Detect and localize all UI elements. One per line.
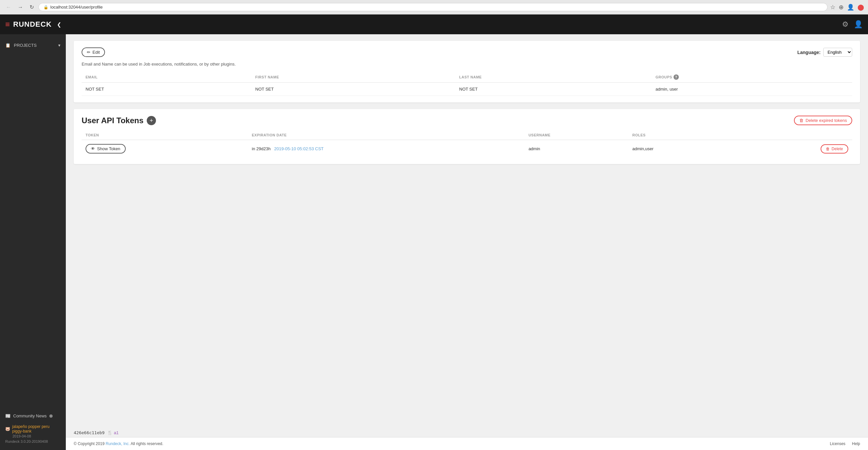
tokens-title: User API Tokens + [82,116,156,125]
tokens-table: TOKEN EXPIRATION DATE USERNAME ROLES 👁 [82,131,852,158]
actions-header [729,131,852,140]
browser-chrome: ← → ↻ 🔒 localhost:32044/user/profile ☆ ⊕… [0,0,868,15]
tokens-header: User API Tokens + 🗑 Delete expired token… [82,116,852,125]
projects-label: PROJECTS [14,43,36,48]
footer-left: © Copyright 2019 Rundeck, Inc. All right… [74,442,163,446]
app-header: ≡ RUNDECK ❮ ⚙ 👤 [0,15,868,34]
logo-text: RUNDECK [13,20,52,29]
reload-button[interactable]: ↻ [28,3,36,11]
licenses-link[interactable]: Licenses [830,442,845,446]
community-news-status-dot [49,415,53,418]
profile-header: ✏ Edit Language: EnglishFrançais日本語 [82,48,852,57]
username-cell: admin [525,140,628,158]
token-header: TOKEN [82,131,248,140]
commit-bar: 426e66c11eb9 🍴 a1 [66,428,868,437]
menu-button[interactable]: ⬤ [858,4,864,11]
commit-hash: 426e66c11eb9 [74,430,105,435]
browser-actions: ☆ ⊕ 👤 ⬤ [830,4,864,11]
profile-table: EMAIL FIRST NAME LAST NAME GROUPS ? [82,72,852,96]
header-left: ≡ RUNDECK ❮ [5,20,61,29]
content-area: ✏ Edit Language: EnglishFrançais日本語 Emai… [66,34,868,428]
groups-header: GROUPS ? [651,72,852,83]
collapse-sidebar-button[interactable]: ❮ [57,21,61,28]
delete-expired-icon: 🗑 [799,118,804,123]
add-token-button[interactable]: + [147,116,156,125]
edit-icon: ✏ [87,50,91,55]
community-news-icon: 📰 [5,414,10,418]
app-container: 📋 PROJECTS ▾ 📰 Community News 🐷 jalapeño… [0,34,868,450]
star-button[interactable]: ☆ [830,4,835,11]
fork-icon: 🍴 [107,430,113,435]
project-icon: 🐷 [5,427,10,431]
sidebar-date: 2019-04-08 [12,434,61,438]
extension-button[interactable]: ⊕ [839,4,844,11]
sidebar: 📋 PROJECTS ▾ 📰 Community News 🐷 jalapeño… [0,34,66,450]
edit-button[interactable]: ✏ Edit [82,48,105,57]
rundeck-link[interactable]: Rundeck, Inc. [105,442,130,446]
sidebar-bottom: 📰 Community News 🐷 jalapeño popper peru … [0,406,66,450]
delete-expired-tokens-button[interactable]: 🗑 Delete expired tokens [794,116,852,125]
email-header: EMAIL [82,72,251,83]
back-button[interactable]: ← [4,4,13,11]
roles-header: ROLES [628,131,729,140]
expiry-relative: in 29d23h [252,146,271,151]
language-label: Language: [797,50,820,55]
tokens-table-header-row: TOKEN EXPIRATION DATE USERNAME ROLES [82,131,852,140]
groups-help-icon[interactable]: ? [674,75,679,80]
sidebar-footer-info: 🐷 jalapeño popper peru piggy-bank 2019-0… [0,422,66,446]
delete-cell: 🗑 Delete [729,140,852,158]
header-right: ⚙ 👤 [842,20,863,29]
sidebar-item-community-news[interactable]: 📰 Community News [0,410,66,422]
last-name-header: LAST NAME [455,72,652,83]
sidebar-version: Rundeck 3.0.20-20190408 [5,440,61,443]
footer-right: Licenses Help [830,442,860,446]
help-link[interactable]: Help [852,442,860,446]
app-footer: © Copyright 2019 Rundeck, Inc. All right… [66,437,868,450]
api-tokens-section: User API Tokens + 🗑 Delete expired token… [74,109,860,164]
main-content: ✏ Edit Language: EnglishFrançais日本語 Emai… [66,34,868,450]
roles-cell: admin,user [628,140,729,158]
token-cell: 👁 Show Token [82,140,248,158]
logo-area: ≡ RUNDECK [5,20,52,29]
profile-card: ✏ Edit Language: EnglishFrançais日本語 Emai… [74,41,860,103]
logo-icon: ≡ [5,20,10,29]
last-name-value: NOT SET [455,83,652,96]
first-name-header: FIRST NAME [251,72,455,83]
expiration-date-header: EXPIRATION DATE [248,131,525,140]
show-token-button[interactable]: 👁 Show Token [86,144,126,153]
copyright-text: © Copyright 2019 [74,442,105,446]
sidebar-item-projects[interactable]: 📋 PROJECTS ▾ [0,39,66,51]
email-value: NOT SET [82,83,251,96]
language-select[interactable]: EnglishFrançais日本語 [823,48,852,57]
profile-table-row: NOT SET NOT SET NOT SET admin, user [82,83,852,96]
projects-left: 📋 PROJECTS [5,43,36,48]
expiration-cell: in 29d23h 2019-05-10 05:02:53 CST [248,140,525,158]
forward-button[interactable]: → [16,4,25,11]
expiry-date: 2019-05-10 05:02:53 CST [274,146,323,151]
commit-link[interactable]: 🍴 a1 [107,430,119,435]
eye-icon: 👁 [91,146,95,151]
delete-token-button[interactable]: 🗑 Delete [820,144,848,153]
token-table-row: 👁 Show Token in 29d23h 2019-05-10 05:02:… [82,140,852,158]
account-button[interactable]: 👤 [847,4,854,11]
language-selector: Language: EnglishFrançais日本語 [797,48,852,57]
sidebar-project-name: 🐷 jalapeño popper peru piggy-bank [5,424,61,433]
community-news-label: Community News [13,414,47,418]
lock-icon: 🔒 [43,5,49,9]
first-name-value: NOT SET [251,83,455,96]
url-text: localhost:32044/user/profile [50,5,103,9]
profile-table-header-row: EMAIL FIRST NAME LAST NAME GROUPS ? [82,72,852,83]
address-bar[interactable]: 🔒 localhost:32044/user/profile [38,3,828,11]
user-menu-button[interactable]: 👤 [854,20,863,29]
username-header: USERNAME [525,131,628,140]
profile-description: Email and Name can be used in Job execut… [82,62,852,66]
projects-dropdown-icon: ▾ [58,43,61,48]
groups-value: admin, user [651,83,852,96]
settings-button[interactable]: ⚙ [842,20,848,29]
projects-icon: 📋 [5,43,10,48]
rights-text: All rights reserved. [131,442,163,446]
delete-token-icon: 🗑 [826,147,830,151]
